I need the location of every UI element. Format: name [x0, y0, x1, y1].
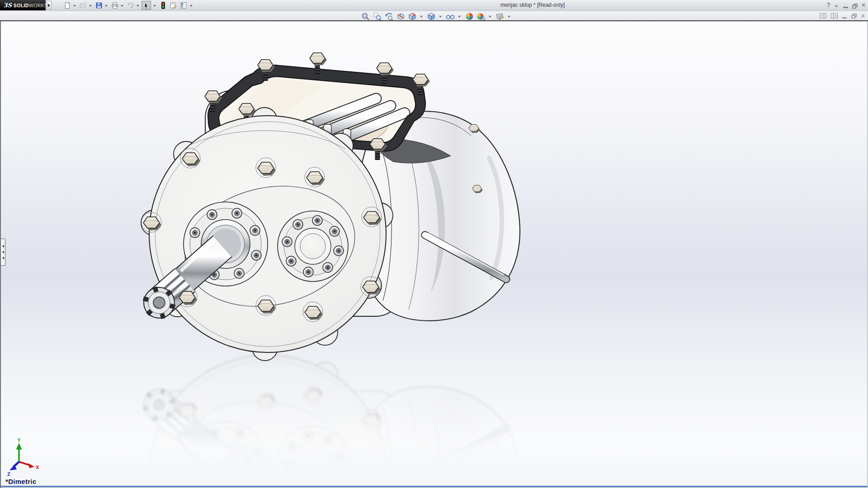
- print-dropdown-icon[interactable]: [121, 5, 123, 8]
- solidworks-window: ЗS SOLIDWORKS: [0, 0, 868, 488]
- previous-view-button[interactable]: [384, 12, 393, 21]
- select-dropdown-icon: [153, 5, 156, 8]
- window-controls: ? ×: [826, 1, 865, 9]
- pane-arrow-icon: [1, 251, 4, 253]
- solidworks-logo: ЗS SOLIDWORKS: [0, 0, 46, 10]
- document-minimize-button[interactable]: [842, 17, 847, 19]
- print-icon: [111, 2, 118, 9]
- save-dropdown-icon[interactable]: [105, 5, 108, 8]
- new-document-icon: [64, 2, 71, 9]
- zoom-to-fit-button[interactable]: [361, 12, 370, 21]
- document-restore-button[interactable]: [851, 14, 857, 19]
- select-button[interactable]: [142, 1, 151, 10]
- open-folder-icon: [80, 2, 87, 9]
- print-button[interactable]: [110, 1, 119, 10]
- restore-button[interactable]: [852, 4, 858, 9]
- undo-icon: [127, 2, 134, 9]
- previous-view-icon: [385, 12, 393, 21]
- close-button[interactable]: ×: [862, 1, 865, 9]
- help-button[interactable]: ?: [826, 1, 830, 9]
- display-style-dropdown-icon[interactable]: [439, 16, 442, 19]
- minimize-button[interactable]: [843, 7, 848, 8]
- pane-arrow-icon: [1, 245, 4, 248]
- section-view-button[interactable]: [396, 12, 405, 21]
- gearbox-model[interactable]: [141, 53, 520, 361]
- document-window-controls: ×: [820, 13, 865, 19]
- triad-x-label: X: [36, 465, 39, 470]
- zoom-to-area-button[interactable]: [373, 12, 382, 21]
- view-settings-button[interactable]: [476, 12, 486, 21]
- display-style-icon: [427, 12, 436, 21]
- pane-toggle-right-icon[interactable]: [831, 13, 838, 19]
- window-title: menjac sklop * [Read-only]: [500, 2, 565, 8]
- apply-scene-button[interactable]: [465, 12, 474, 21]
- floor-reflection: [141, 347, 520, 488]
- hide-show-dropdown-icon[interactable]: [458, 16, 461, 19]
- hide-show-items-glasses-icon: [446, 12, 455, 21]
- solidworks-logo-text: SOLIDWORKS: [14, 3, 48, 8]
- new-document-button[interactable]: [62, 1, 72, 10]
- spline-end-face: [143, 287, 175, 319]
- undo-button[interactable]: [126, 1, 135, 10]
- pane-arrow-icon: [1, 257, 4, 259]
- view-orientation-label: *Dimetric: [5, 478, 37, 485]
- rebuild-traffic-light-icon: [160, 2, 167, 9]
- open-dropdown-icon[interactable]: [89, 5, 92, 8]
- pane-toggle-left-icon[interactable]: [820, 13, 826, 19]
- zoom-to-area-icon: [373, 12, 382, 21]
- toolbar-expand-button[interactable]: [47, 1, 52, 9]
- model-canvas[interactable]: Y X Z: [1, 21, 868, 488]
- section-view-icon: [396, 12, 405, 21]
- heads-up-toolbar-row: ×: [0, 11, 868, 21]
- undo-dropdown-icon[interactable]: [137, 5, 139, 8]
- triad-z-label: Z: [7, 471, 10, 477]
- options-dropdown-icon[interactable]: [190, 5, 193, 8]
- rebuild-button[interactable]: [158, 1, 168, 10]
- title-bar: ЗS SOLIDWORKS: [0, 0, 868, 10]
- help-dropdown-icon[interactable]: [835, 5, 838, 9]
- triad-y-arrow-icon: [16, 443, 22, 450]
- save-button[interactable]: [94, 1, 104, 10]
- file-properties-icon: [170, 2, 177, 9]
- hide-show-items-button[interactable]: [446, 12, 455, 21]
- select-cursor-icon: [143, 2, 150, 9]
- view-settings-icon: [476, 12, 486, 21]
- edit-appearance-dropdown-icon[interactable]: [508, 16, 510, 19]
- edit-appearance-icon: [495, 12, 505, 21]
- options-button[interactable]: [179, 1, 189, 10]
- new-dropdown-icon[interactable]: [73, 5, 76, 8]
- graphics-area[interactable]: Y X Z *Dimetric: [0, 21, 868, 488]
- zoom-to-fit-icon: [361, 12, 370, 21]
- triad-x-arrow-icon: [28, 463, 34, 468]
- triad-y-label: Y: [17, 437, 21, 443]
- apply-scene-icon: [465, 12, 474, 21]
- file-properties-button[interactable]: [169, 1, 178, 10]
- reference-triad[interactable]: Y X Z: [7, 437, 39, 477]
- view-orientation-button[interactable]: [408, 12, 417, 21]
- view-orientation-dropdown-icon[interactable]: [420, 16, 423, 19]
- view-settings-dropdown-icon[interactable]: [489, 16, 491, 19]
- save-floppy-icon: [95, 2, 103, 9]
- featuremanager-collapsed-tab[interactable]: [1, 239, 5, 266]
- options-checklist-icon: [180, 2, 188, 9]
- select-dropdown-button[interactable]: [152, 1, 157, 10]
- secondary-bearing-boss[interactable]: [278, 211, 348, 282]
- solidworks-logo-mark: ЗS: [3, 2, 12, 9]
- view-orientation-icon: [408, 12, 417, 21]
- heads-up-toolbar: [361, 12, 512, 21]
- expand-arrow-icon: [48, 4, 52, 7]
- display-style-button[interactable]: [427, 12, 436, 21]
- edit-appearance-button[interactable]: [495, 12, 505, 21]
- open-button[interactable]: [78, 1, 88, 10]
- standard-toolbar: [62, 0, 194, 10]
- document-close-button[interactable]: ×: [861, 13, 865, 19]
